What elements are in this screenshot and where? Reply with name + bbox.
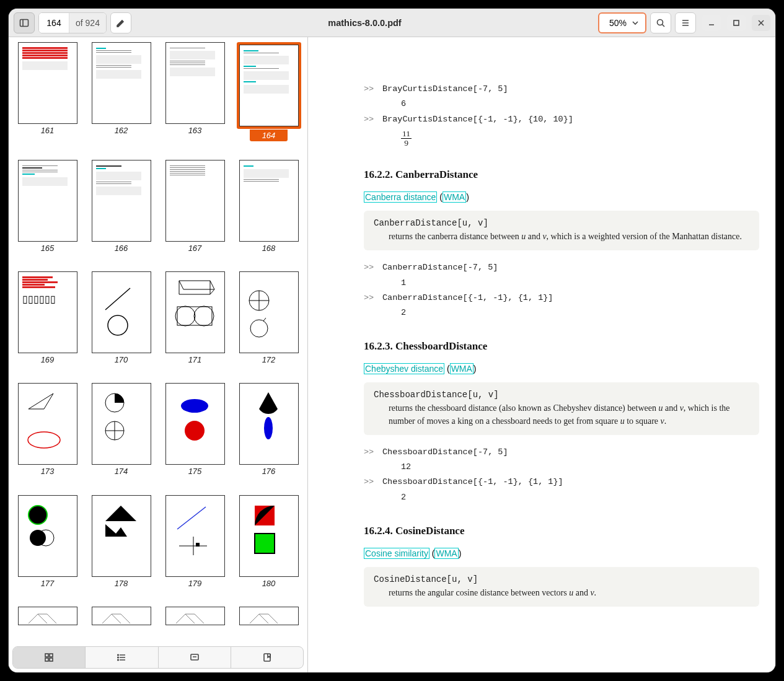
code-input: CanberraDistance[-7, 5]: [382, 261, 498, 274]
thumbnail-page-171[interactable]: 171: [162, 271, 227, 377]
thumbnail-page-170[interactable]: 170: [89, 271, 154, 377]
thumbnail-page-183[interactable]: [162, 607, 227, 638]
code-output: 2: [401, 307, 406, 319]
hamburger-icon: [680, 18, 690, 28]
search-button[interactable]: [650, 12, 671, 33]
page-number-label: 162: [115, 126, 128, 135]
chevron-down-icon: [630, 18, 640, 28]
wma-link[interactable]: WMA: [434, 548, 458, 559]
code-input: ChessboardDistance[-7, 5]: [382, 446, 508, 459]
thumbnail-page-161[interactable]: 161: [15, 42, 80, 154]
thumbnail-page-166[interactable]: 166: [89, 160, 154, 265]
section-heading: 16.2.4. CosineDistance: [364, 525, 759, 537]
thumbnail-page-167[interactable]: 167: [162, 160, 227, 265]
maximize-button[interactable]: [727, 15, 746, 31]
tab-annotations[interactable]: [159, 647, 231, 668]
svg-point-45: [118, 654, 119, 656]
signature: ChessboardDistance[u, v]: [374, 390, 749, 400]
thumbnail-page-165[interactable]: 165: [15, 160, 80, 265]
search-icon: [656, 18, 666, 28]
bookmark-icon: [262, 652, 272, 662]
page-number-label: 177: [41, 579, 55, 588]
maximize-icon: [731, 18, 741, 28]
grid-icon: [44, 652, 54, 662]
thumbnail-page-174[interactable]: 174: [89, 383, 154, 488]
titlebar: of 924 mathics-8.0.0.pdf: [9, 9, 775, 37]
wiki-link[interactable]: Canberra distance: [364, 191, 437, 203]
page-number-label: 168: [262, 244, 276, 253]
thumbnail-grid[interactable]: 161162163164165166167168▯▯▯▯▯▯1691701711…: [9, 37, 307, 643]
thumbnail-page-181[interactable]: [15, 607, 80, 638]
code-output: 6: [401, 98, 406, 110]
definition-box: CosineDistance[u, v] returns the angular…: [364, 567, 759, 607]
code-input: ChessboardDistance[{-1, -1}, {1, 1}]: [382, 476, 563, 488]
thumbnail-page-163[interactable]: 163: [162, 42, 227, 154]
svg-rect-15: [177, 307, 212, 325]
thumbnail-page-184[interactable]: [236, 607, 301, 638]
page-number-label: 175: [188, 467, 202, 476]
section-heading: 16.2.2. CanberraDistance: [364, 169, 759, 181]
list-icon: [117, 652, 126, 662]
page-number-label: 166: [115, 244, 128, 253]
thumbnail-page-182[interactable]: [89, 607, 154, 638]
svg-point-13: [175, 306, 195, 326]
thumbnail-page-172[interactable]: 172: [236, 271, 301, 377]
tab-bookmarks[interactable]: [231, 647, 303, 668]
thumbnail-page-175[interactable]: 175: [162, 383, 227, 488]
close-icon: [756, 18, 766, 28]
thumbnail-page-179[interactable]: 179: [162, 495, 227, 600]
svg-point-12: [108, 315, 128, 335]
thumbnail-page-164[interactable]: 164: [236, 42, 301, 154]
page-number-label: 163: [188, 126, 202, 135]
svg-point-14: [194, 306, 214, 326]
zoom-control[interactable]: [598, 12, 646, 33]
prompt: >>: [364, 113, 375, 126]
wma-link[interactable]: WMA: [450, 363, 473, 374]
app-window: of 924 mathics-8.0.0.pdf 161162163164165…: [9, 9, 775, 672]
current-page-input[interactable]: [39, 13, 69, 33]
annotate-button[interactable]: [110, 12, 131, 33]
svg-point-21: [28, 432, 60, 448]
wiki-link[interactable]: Chebyshev distance: [364, 363, 444, 374]
menu-button[interactable]: [675, 12, 696, 33]
svg-line-20: [263, 318, 266, 321]
thumbnail-page-173[interactable]: 173: [15, 383, 80, 488]
page-number-label: 167: [188, 244, 202, 253]
thumbnail-page-169[interactable]: ▯▯▯▯▯▯169: [15, 271, 80, 377]
page-number-label: 161: [41, 126, 55, 135]
thumbnail-page-168[interactable]: 168: [236, 160, 301, 265]
page-number-label: 172: [262, 355, 276, 364]
signature: CanberraDistance[u, v]: [374, 218, 749, 228]
svg-rect-37: [255, 534, 275, 553]
wma-link[interactable]: WMA: [443, 191, 466, 203]
page-number-label: 164: [250, 130, 288, 141]
svg-rect-35: [196, 543, 200, 547]
tab-outline[interactable]: [86, 647, 158, 668]
total-pages-label: of 924: [69, 13, 106, 33]
page-number-label: 170: [115, 355, 128, 364]
svg-point-26: [181, 399, 208, 413]
svg-point-2: [658, 19, 663, 25]
thumbnail-page-178[interactable]: 178: [89, 495, 154, 600]
tab-thumbnails[interactable]: [13, 647, 86, 668]
close-button[interactable]: [752, 15, 770, 31]
sidebar-tabs: [12, 646, 304, 669]
document-view[interactable]: >>BrayCurtisDistance[-7, 5] 6 >>BrayCurt…: [308, 37, 775, 672]
thumbnail-page-162[interactable]: 162: [89, 42, 154, 154]
svg-line-11: [105, 288, 130, 310]
zoom-input[interactable]: [604, 18, 627, 28]
page-number-label: 178: [115, 579, 128, 588]
thumbnail-page-180[interactable]: 180: [236, 495, 301, 600]
section-links: Cosine similarity (WMA): [364, 548, 759, 558]
wiki-link[interactable]: Cosine similarity: [364, 548, 429, 559]
svg-rect-38: [45, 654, 48, 657]
section-links: Canberra distance (WMA): [364, 192, 759, 202]
toggle-sidebar-button[interactable]: [14, 12, 35, 33]
minimize-button[interactable]: [702, 15, 721, 31]
thumbnail-page-176[interactable]: 176: [236, 383, 301, 488]
svg-rect-39: [50, 654, 53, 657]
thumbnail-page-177[interactable]: 177: [15, 495, 80, 600]
document-title: mathics-8.0.0.pdf: [135, 18, 594, 28]
sidebar: 161162163164165166167168▯▯▯▯▯▯1691701711…: [9, 37, 308, 672]
page-number-label: 171: [188, 355, 202, 364]
